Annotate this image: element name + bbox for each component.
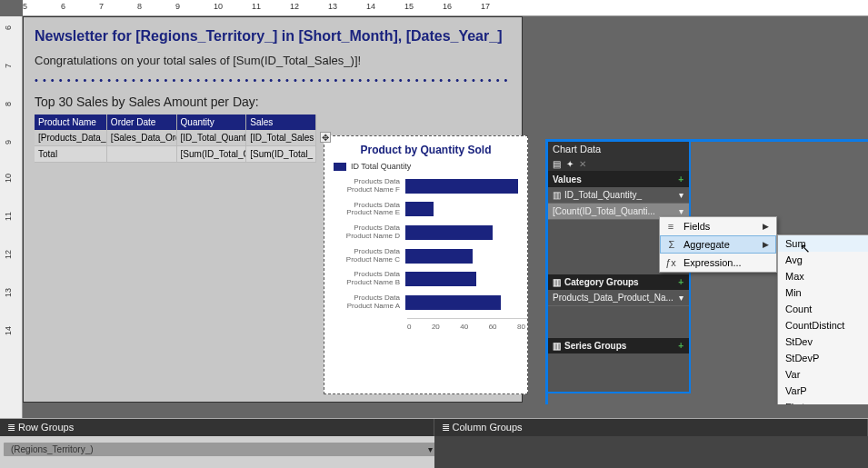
submenu-item-count[interactable]: Count <box>778 301 868 317</box>
table-header[interactable]: Quantity <box>176 115 246 130</box>
toggle-icon[interactable]: ▤ <box>553 159 561 169</box>
chart-title[interactable]: Product by Quantity Sold <box>324 136 527 162</box>
add-category-button[interactable]: + <box>678 277 683 287</box>
bar-label: Products Data Product Name E <box>328 202 405 218</box>
ruler-tick: 7 <box>99 2 104 11</box>
chart-region[interactable]: ✥ Product by Quantity Sold ID Total Quan… <box>324 135 528 394</box>
column-groups-header: ≣ Column Groups <box>434 419 869 436</box>
report-page[interactable]: Newsletter for [Regions_Territory_] in [… <box>23 16 523 403</box>
table-header-row: Product Name Order Date Quantity Sales <box>35 115 316 130</box>
table-row[interactable]: [Products_Data_ [Sales_Data_Ord [ID_Tota… <box>35 130 316 146</box>
bar-row: Products Data Product Name D <box>328 224 518 241</box>
legend-swatch <box>334 163 346 171</box>
group-label: (Regions_Territory_) <box>11 444 94 454</box>
bar-label: Products Data Product Name A <box>328 294 405 311</box>
column-groups-body[interactable] <box>434 436 869 468</box>
ruler-tick: 17 <box>481 2 490 11</box>
menu-item-aggregate[interactable]: Σ Aggregate ▶ <box>660 235 776 254</box>
table-header[interactable]: Order Date <box>106 115 176 130</box>
submenu-item-var[interactable]: Var <box>778 366 868 383</box>
close-icon[interactable]: ✕ <box>579 159 586 169</box>
menu-label: Fields <box>683 221 710 232</box>
design-canvas[interactable]: Newsletter for [Regions_Territory_] in [… <box>23 16 868 404</box>
axis-tick: 0 <box>407 323 411 331</box>
ruler-horizontal: 5 6 7 8 9 10 11 12 13 14 15 16 17 <box>23 0 868 16</box>
header-label: Row Groups <box>18 422 74 433</box>
legend-label: ID Total Quantity <box>351 162 411 171</box>
table-cell[interactable]: [Sales_Data_Ord <box>106 130 176 146</box>
submenu-item-varp[interactable]: VarP <box>778 383 868 399</box>
category-field-item[interactable]: Products_Data_Product_Na... ▾ <box>547 290 689 306</box>
axis-tick: 60 <box>489 323 497 331</box>
section-heading[interactable]: Top 30 Sales by Sales Amount per Day: <box>35 95 511 109</box>
menu-item-expression[interactable]: ƒx Expression... <box>660 254 776 272</box>
bar-fill <box>405 249 473 264</box>
page-title[interactable]: Newsletter for [Regions_Territory_] in [… <box>35 28 511 45</box>
bar-row: Products Data Product Name B <box>328 271 518 287</box>
submenu-item-avg[interactable]: Avg <box>778 252 868 268</box>
column-icon: ▥ <box>553 190 561 200</box>
dropdown-icon[interactable]: ▾ <box>679 190 683 200</box>
bar-row: Products Data Product Name A <box>328 294 518 311</box>
table-cell[interactable]: [ID_Total_Sales <box>246 130 316 146</box>
ruler-tick: 9 <box>4 140 13 144</box>
bar-track <box>405 225 518 240</box>
sales-table[interactable]: Product Name Order Date Quantity Sales [… <box>35 115 316 163</box>
axis-tick: 80 <box>517 323 525 331</box>
field-label: [Count(ID_Total_Quanti... <box>553 206 655 216</box>
submenu-item-min[interactable]: Min <box>778 284 868 301</box>
table-cell[interactable]: [Sum(ID_Total_ <box>246 146 316 163</box>
field-label: Products_Data_Product_Na... <box>553 293 673 303</box>
axis-tick: 20 <box>432 323 440 331</box>
ruler-tick: 11 <box>252 2 261 11</box>
ruler-tick: 5 <box>23 2 27 11</box>
submenu-item-stdevp[interactable]: StDevP <box>778 350 868 366</box>
value-field-item[interactable]: ▥ID_Total_Quantity_ ▾ <box>547 187 689 204</box>
panel-gap <box>547 306 689 338</box>
dropdown-icon[interactable]: ▾ <box>679 293 683 303</box>
fx-icon: ƒx <box>664 257 677 268</box>
submenu-item-max[interactable]: Max <box>778 268 868 284</box>
ruler-tick: 7 <box>4 64 13 68</box>
ruler-tick: 6 <box>4 25 13 30</box>
context-menu[interactable]: ≡ Fields ▶ Σ Aggregate ▶ ƒx Expression..… <box>659 216 777 273</box>
ruler-tick: 6 <box>61 2 65 11</box>
table-cell[interactable]: [ID_Total_Quant <box>176 130 246 146</box>
fields-icon: ≡ <box>664 221 677 232</box>
ruler-tick: 12 <box>290 2 299 11</box>
submenu-item-first[interactable]: First <box>778 399 868 404</box>
aggregate-submenu[interactable]: SumAvgMaxMinCountCountDistinctStDevStDev… <box>777 234 868 404</box>
row-groups-body[interactable]: (Regions_Territory_) ▾ <box>0 436 434 468</box>
menu-item-fields[interactable]: ≡ Fields ▶ <box>660 217 776 235</box>
ruler-tick: 8 <box>4 102 13 106</box>
add-series-button[interactable]: + <box>678 341 683 351</box>
group-icon: ▥ <box>553 277 561 287</box>
ruler-tick: 15 <box>404 2 414 11</box>
submenu-arrow-icon: ▶ <box>763 222 769 231</box>
dropdown-icon[interactable]: ▾ <box>428 444 433 454</box>
table-row[interactable]: Total [Sum(ID_Total_C [Sum(ID_Total_ <box>35 146 316 163</box>
table-header[interactable]: Product Name <box>35 115 106 130</box>
values-section-header: Values + <box>547 172 689 187</box>
page-subtitle[interactable]: Congratulations on your total sales of [… <box>35 54 511 67</box>
bar-label: Products Data Product Name D <box>328 224 405 241</box>
bar-fill <box>405 179 518 194</box>
bar-track <box>405 202 518 216</box>
row-group-pill[interactable]: (Regions_Territory_) ▾ <box>4 443 440 456</box>
table-cell[interactable]: [Sum(ID_Total_C <box>176 146 246 163</box>
table-cell[interactable]: [Products_Data_ <box>35 130 106 146</box>
bar-track <box>405 295 518 310</box>
table-cell[interactable]: Total <box>35 146 106 163</box>
submenu-item-stdev[interactable]: StDev <box>778 334 868 350</box>
add-value-button[interactable]: + <box>678 174 683 184</box>
groups-panel: ≣ Row Groups ≣ Column Groups (Regions_Te… <box>0 418 868 468</box>
table-cell[interactable] <box>106 146 176 163</box>
dropdown-icon[interactable]: ▾ <box>679 206 683 216</box>
submenu-item-countdistinct[interactable]: CountDistinct <box>778 317 868 334</box>
move-handle-icon[interactable]: ✥ <box>320 132 331 143</box>
filter-icon[interactable]: ✦ <box>566 159 574 169</box>
rows-icon: ≣ <box>7 422 15 433</box>
table-header[interactable]: Sales <box>246 115 316 130</box>
ruler-tick: 13 <box>328 2 337 11</box>
submenu-item-sum[interactable]: Sum <box>778 235 868 252</box>
